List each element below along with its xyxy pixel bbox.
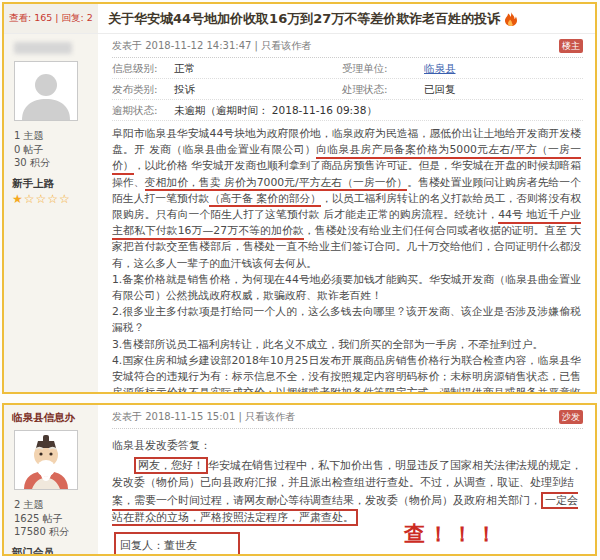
author-topics: 1 主题 [14, 129, 90, 143]
post2-avatar[interactable] [14, 430, 78, 490]
info-label-level: 信息级别: [112, 58, 174, 78]
post2-rank: 部门会员 [12, 546, 90, 557]
info-row: 逾期状态: 未逾期（逾期时间： 2018-11-16 09:38） [112, 100, 583, 121]
complaint-info-table: 信息级别: 正常 受理单位: 临泉县 发布类别: 投诉 处理状态: 已回复 逾期… [112, 58, 583, 121]
post1-panel: 查看: 165 | 回复: 2 关于华安城44号地加价收取16万到27万不等差价… [2, 2, 597, 394]
thread-title: 关于华安城44号地加价收取16万到27万不等差价欺诈老百姓的投诉 [108, 10, 500, 28]
info-value-overdue: 未逾期（逾期时间： 2018-11-16 09:38） [174, 100, 377, 120]
view-reply-counts: 查看: 165 | 回复: 2 [4, 4, 98, 33]
red-boxed-greeting: 网友，您好！ [134, 457, 208, 474]
author-star-rating: ★☆☆☆☆ [12, 192, 90, 206]
info-label-overdue: 逾期状态: [112, 100, 174, 120]
post2-author-stats: 2 主题 1625 帖子 17580 积分 [14, 498, 90, 539]
info-label-unit: 受理单位: [342, 58, 424, 78]
post1-list-item-4: 4.国家住房和城乡建设部2018年10月25日发布开展商品房销售价格行为联合检查… [112, 353, 581, 392]
post1-dateline: 发表于 2018-11-12 14:31:47 | 只看该作者 楼主 [112, 34, 583, 58]
info-row: 信息级别: 正常 受理单位: 临泉县 [112, 58, 583, 79]
post2-main: 发表于 2018-11-15 15:01 | 只看该作者 沙发 临泉县发改委答复… [98, 405, 595, 554]
accepting-unit-link[interactable]: 临泉县 [424, 58, 456, 78]
reply-paragraph: 网友，您好！华安城在销售过程中，私下加价出售，明显违反了国家相关法律法规的规定，… [112, 457, 583, 527]
official-reply: 临泉县发改委答复： 网友，您好！华安城在销售过程中，私下加价出售，明显违反了国家… [112, 429, 583, 554]
post2-author-sidebar: 临泉县信息办 2 主题 1625 帖子 [4, 405, 98, 554]
author-rank: 新手上路 [12, 177, 90, 191]
reply-heading: 临泉县发改委答复： [112, 437, 583, 455]
view-author-only-link[interactable]: 只看该作者 [245, 411, 295, 422]
post2-date: 发表于 2018-11-15 15:01 [112, 411, 235, 422]
post2-panel: 临泉县信息办 2 主题 1625 帖子 [2, 403, 597, 556]
post1-list-item-2: 2.很多业主多付款项是打给同一个人的，这么多钱去向哪里？该开发商、该企业是否涉及… [112, 304, 581, 336]
thread-title-bar: 关于华安城44号地加价收取16万到27万不等差价欺诈老百姓的投诉 [98, 4, 595, 33]
replier-contact-box: 回复人：董世友 办公电话：6583892 [114, 532, 240, 555]
post1-list-item-3: 3.售楼部所说员工福利房转让，此名义不成立，我们所买的全部为一手房，不牵扯到过户… [112, 337, 581, 353]
red-underlined-text: （高于备 案价的部分） [209, 192, 321, 208]
thread-header: 查看: 165 | 回复: 2 关于华安城44号地加价收取16万到27万不等差价… [4, 4, 595, 34]
info-value-status: 已回复 [424, 79, 456, 99]
author-username-redacted[interactable] [14, 42, 72, 54]
post2-posts: 1625 帖子 [14, 512, 90, 526]
info-value-category: 投诉 [174, 79, 342, 99]
author-points: 30 积分 [14, 156, 90, 170]
info-label-status: 处理状态: [342, 79, 424, 99]
investigate-stamp: 查！！！ [404, 520, 500, 548]
author-avatar[interactable] [14, 61, 78, 121]
view-author-only-link[interactable]: 只看该作者 [261, 40, 311, 51]
author-posts: 0 帖子 [14, 143, 90, 157]
post1-paragraph: 阜阳市临泉县华安城44号块地为政府限价地，临泉政府为民造福，愿低价出让土地给开发… [112, 126, 581, 272]
post2-points: 17580 积分 [14, 525, 90, 539]
post2-topics: 2 主题 [14, 498, 90, 512]
post1-date: 发表于 2018-11-12 14:31:47 [112, 40, 251, 51]
post2-floor-badge[interactable]: 沙发 [559, 410, 583, 424]
info-row: 发布类别: 投诉 处理状态: 已回复 [112, 79, 583, 100]
author-stats: 1 主题 0 帖子 30 积分 [14, 129, 90, 170]
post1-body: 阜阳市临泉县华安城44号块地为政府限价地，临泉政府为民造福，愿低价出让土地给开发… [112, 121, 583, 392]
post1-floor-badge[interactable]: 楼主 [559, 39, 583, 53]
post1-list-item-1: 1.备案价格就是销售价格，为何现在44号地必须要加钱才能购买。华安城开发商（临泉… [112, 272, 581, 304]
red-underlined-text: 变相加价，售卖 房价为7000元/平方左右（一房一价） [145, 176, 408, 192]
person-silhouette-icon [18, 68, 74, 120]
post2-username[interactable]: 临泉县信息办 [12, 411, 90, 425]
replier-name: 回复人：董世友 [120, 536, 224, 555]
elder-deity-avatar-icon [18, 435, 74, 489]
post1-main: 发表于 2018-11-12 14:31:47 | 只看该作者 楼主 信息级别:… [98, 34, 595, 392]
info-label-category: 发布类别: [112, 79, 174, 99]
flame-icon [505, 12, 517, 26]
info-value-level: 正常 [174, 58, 342, 78]
post2-dateline: 发表于 2018-11-15 15:01 | 只看该作者 沙发 [112, 405, 583, 429]
post1-author-sidebar: 1 主题 0 帖子 30 积分 新手上路 ★☆☆☆☆ [4, 34, 98, 392]
